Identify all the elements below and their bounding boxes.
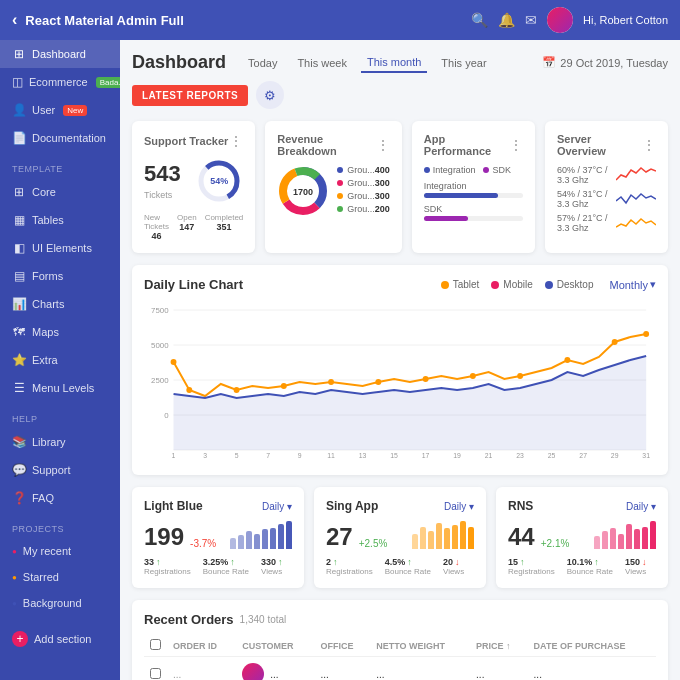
sidebar-item-forms[interactable]: ▤ Forms: [0, 262, 120, 290]
mini-stats: 33 ↑ Registrations 3.25% ↑ Bounce Rate 3…: [144, 557, 292, 576]
chart-period-dropdown[interactable]: Monthly ▾: [609, 278, 656, 291]
sidebar-item-background[interactable]: ● Background: [0, 590, 120, 616]
tab-this-year[interactable]: This year: [435, 54, 492, 72]
app-logo: ‹ React Material Admin Full: [12, 11, 471, 29]
mini-card-period[interactable]: Daily ▾: [262, 501, 292, 512]
sidebar-item-dashboard[interactable]: ⊞ Dashboard: [0, 40, 120, 68]
my-recent-dot: ●: [12, 547, 17, 556]
sidebar-label-starred: Starred: [23, 571, 59, 583]
mini-bar-segment: [650, 521, 656, 549]
svg-text:13: 13: [359, 452, 367, 459]
calendar-icon: 📅: [542, 56, 556, 69]
sidebar-label-charts: Charts: [32, 298, 64, 310]
app-perf-menu[interactable]: ⋮: [509, 137, 523, 153]
legend-dot-1: [337, 167, 343, 173]
doc-icon: 📄: [12, 131, 26, 145]
tab-this-week[interactable]: This week: [291, 54, 353, 72]
sidebar-label-documentation: Documentation: [32, 132, 106, 144]
arrow-up-icon: ↑: [594, 557, 599, 567]
server-menu[interactable]: ⋮: [642, 137, 656, 153]
maps-icon: 🗺: [12, 325, 26, 339]
mini-card-period[interactable]: Daily ▾: [444, 501, 474, 512]
sidebar-item-user[interactable]: 👤 User New: [0, 96, 120, 124]
sidebar-item-starred[interactable]: ● Starred: [0, 564, 120, 590]
support-icon: 💬: [12, 463, 26, 477]
svg-text:29: 29: [611, 452, 619, 459]
user-icon: 👤: [12, 103, 26, 117]
sidebar-item-charts[interactable]: 📊 Charts: [0, 290, 120, 318]
server-overview-card: Server Overview ⋮ 60% / 37°C / 3.3 Ghz 5…: [545, 121, 668, 253]
row-checkbox[interactable]: [150, 668, 161, 679]
back-icon[interactable]: ‹: [12, 11, 17, 29]
svg-text:0: 0: [164, 411, 169, 420]
beta-badge: Bada.uc: [96, 77, 120, 88]
mini-number: 27: [326, 525, 353, 549]
arrow-down-icon: ↓: [455, 557, 460, 567]
mini-card-light-blue: Light Blue Daily ▾ 199 -3.7% 33 ↑ Regist…: [132, 487, 304, 588]
sidebar-item-support[interactable]: 💬 Support: [0, 456, 120, 484]
tab-today[interactable]: Today: [242, 54, 283, 72]
add-section-label: Add section: [34, 633, 91, 645]
background-dot: ●: [12, 599, 17, 608]
dashboard-header: Dashboard Today This week This month Thi…: [132, 52, 668, 109]
dashboard-icon: ⊞: [12, 47, 26, 61]
legend-desktop: [545, 281, 553, 289]
svg-point-23: [470, 373, 476, 379]
orders-table: ORDER ID CUSTOMER OFFICE NETTO WEIGHT PR…: [144, 635, 656, 680]
tab-this-month[interactable]: This month: [361, 53, 427, 73]
svg-text:25: 25: [548, 452, 556, 459]
svg-text:11: 11: [327, 452, 335, 459]
sidebar-item-ui-elements[interactable]: ◧ UI Elements: [0, 234, 120, 262]
mini-bar-segment: [286, 521, 292, 549]
tables-icon: ▦: [12, 213, 26, 227]
add-section-button[interactable]: + Add section: [0, 624, 120, 654]
col-customer: CUSTOMER: [236, 635, 314, 657]
settings-button[interactable]: ⚙: [256, 81, 284, 109]
svg-text:19: 19: [453, 452, 461, 459]
latest-reports-button[interactable]: LATEST REPORTS: [132, 85, 248, 106]
legend-tablet: [441, 281, 449, 289]
nav-icons: 🔍 🔔 ✉ Hi, Robert Cotton: [471, 7, 668, 33]
revenue-legend: Grou... 400 Grou... 300 Grou... 300: [337, 165, 390, 217]
mini-card-title: RNS: [508, 499, 533, 513]
add-icon: +: [12, 631, 28, 647]
svg-point-20: [328, 379, 334, 385]
sidebar-item-library[interactable]: 📚 Library: [0, 428, 120, 456]
sidebar-item-core[interactable]: ⊞ Core: [0, 178, 120, 206]
mini-bar-segment: [238, 535, 244, 549]
bell-icon[interactable]: 🔔: [498, 12, 515, 28]
sidebar-item-my-recent[interactable]: ● My recent: [0, 538, 120, 564]
col-order-id: ORDER ID: [167, 635, 236, 657]
forms-icon: ▤: [12, 269, 26, 283]
avatar[interactable]: [547, 7, 573, 33]
mini-card-period[interactable]: Daily ▾: [626, 501, 656, 512]
app-performance-card: App Performance ⋮ Integration SDK Integr…: [412, 121, 535, 253]
select-all-checkbox[interactable]: [150, 639, 161, 650]
sidebar-label-tables: Tables: [32, 214, 64, 226]
mini-bar-segment: [278, 524, 284, 549]
sidebar-item-tables[interactable]: ▦ Tables: [0, 206, 120, 234]
sidebar-item-maps[interactable]: 🗺 Maps: [0, 318, 120, 346]
mail-icon[interactable]: ✉: [525, 12, 537, 28]
sidebar-label-background: Background: [23, 597, 82, 609]
revenue-menu[interactable]: ⋮: [376, 137, 390, 153]
sidebar-item-faq[interactable]: ❓ FAQ: [0, 484, 120, 512]
mini-change: +2.1%: [541, 538, 570, 549]
svg-text:31: 31: [642, 452, 650, 459]
mini-stat: 330 ↑ Views: [261, 557, 283, 576]
sidebar-item-menu-levels[interactable]: ☰ Menu Levels: [0, 374, 120, 402]
sidebar-item-extra[interactable]: ⭐ Extra: [0, 346, 120, 374]
sidebar-item-ecommerce[interactable]: ◫ Ecommerce Bada.uc: [0, 68, 120, 96]
cards-row: Support Tracker ⋮ 543 Tickets: [132, 121, 668, 253]
mini-change: +2.5%: [359, 538, 388, 549]
support-tracker-menu[interactable]: ⋮: [229, 133, 243, 149]
sidebar-item-documentation[interactable]: 📄 Documentation: [0, 124, 120, 152]
svg-text:5: 5: [235, 452, 239, 459]
mini-stat: 3.25% ↑ Bounce Rate: [203, 557, 249, 576]
server-sparkline-3: [616, 213, 656, 233]
mini-stat: 33 ↑ Registrations: [144, 557, 191, 576]
chart-title: Daily Line Chart: [144, 277, 441, 292]
mini-bar-segment: [230, 538, 236, 549]
sidebar-label-faq: FAQ: [32, 492, 54, 504]
search-icon[interactable]: 🔍: [471, 12, 488, 28]
